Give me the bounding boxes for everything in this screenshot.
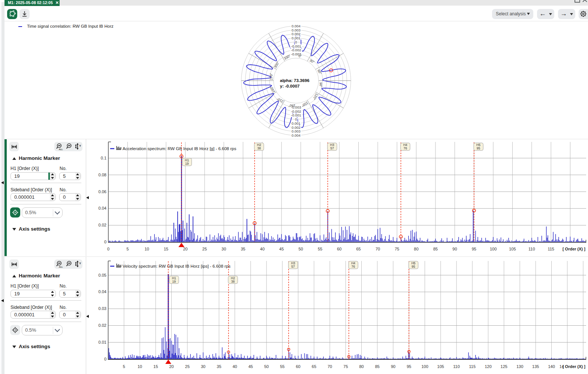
svg-text:0.05: 0.05 — [99, 273, 106, 277]
svg-text:0.001: 0.001 — [292, 36, 301, 40]
svg-text:120°: 120° — [312, 93, 319, 101]
svg-text:0.06: 0.06 — [99, 189, 106, 194]
svg-text:-0.002: -0.002 — [291, 109, 301, 113]
svg-text:Y: Y — [79, 145, 81, 147]
svg-text:0: 0 — [104, 240, 106, 244]
svg-text:0.002: 0.002 — [292, 32, 301, 36]
svg-text:80: 80 — [359, 364, 364, 369]
svg-text:210°: 210° — [276, 97, 284, 103]
svg-text:20: 20 — [183, 247, 187, 251]
svg-text:10: 10 — [145, 247, 149, 251]
svg-text:40: 40 — [260, 247, 265, 251]
svg-text:100: 100 — [490, 247, 497, 251]
svg-text:115: 115 — [469, 364, 476, 369]
svg-text:Y: Y — [79, 262, 81, 265]
svg-text:20: 20 — [169, 364, 174, 369]
svg-text:95: 95 — [407, 364, 411, 369]
svg-text:-0.001: -0.001 — [291, 113, 301, 117]
svg-text:0.1: 0.1 — [101, 156, 106, 160]
svg-text:140: 140 — [548, 364, 555, 369]
svg-text:30: 30 — [221, 247, 226, 251]
svg-text:0.04: 0.04 — [99, 289, 106, 294]
svg-text:0.003: 0.003 — [292, 28, 301, 32]
svg-text:35: 35 — [217, 364, 221, 369]
svg-text:0.04: 0.04 — [99, 206, 106, 210]
svg-text:60: 60 — [296, 364, 300, 369]
svg-text:110: 110 — [528, 247, 535, 251]
svg-text:50: 50 — [264, 364, 269, 369]
svg-text:15: 15 — [164, 247, 168, 251]
svg-text:95: 95 — [472, 247, 476, 251]
svg-text:38: 38 — [231, 280, 235, 283]
svg-text:45: 45 — [279, 247, 284, 251]
svg-text:80: 80 — [414, 247, 419, 251]
svg-text:10: 10 — [138, 364, 142, 369]
svg-text:Velocity spectrum: RW GB Input: Velocity spectrum: RW GB Input IB Horz [… — [123, 264, 230, 268]
svg-text:[ Order (X) ]: [ Order (X) ] — [563, 364, 585, 369]
svg-text:90°: 90° — [319, 82, 323, 88]
svg-text:65: 65 — [312, 364, 316, 369]
svg-text:0°: 0° — [299, 54, 302, 58]
svg-text:30°: 30° — [309, 58, 315, 64]
svg-text:25: 25 — [202, 247, 207, 251]
svg-text:19: 19 — [185, 162, 189, 165]
svg-text:0.003: 0.003 — [292, 129, 301, 133]
svg-text:125: 125 — [501, 364, 507, 369]
svg-text:38: 38 — [257, 146, 261, 150]
svg-text:y: -0.0007: y: -0.0007 — [280, 84, 299, 88]
svg-text:130: 130 — [516, 364, 523, 369]
svg-text:55: 55 — [318, 247, 322, 251]
svg-text:95: 95 — [477, 146, 480, 150]
svg-text:110: 110 — [453, 364, 460, 369]
svg-text:Acceleration spectrum: RW GB I: Acceleration spectrum: RW GB Input IB Ho… — [123, 146, 236, 151]
svg-text:57: 57 — [291, 265, 295, 268]
svg-text:0: 0 — [295, 40, 297, 44]
svg-text:15: 15 — [153, 364, 158, 369]
svg-text:45: 45 — [248, 364, 253, 369]
svg-text:0: 0 — [104, 357, 106, 361]
svg-text:-0.002: -0.002 — [291, 48, 301, 52]
svg-text:85: 85 — [433, 247, 438, 251]
svg-text:19: 19 — [172, 280, 176, 283]
svg-text:135: 135 — [532, 364, 539, 369]
svg-text:0.01: 0.01 — [99, 340, 106, 344]
svg-text:0: 0 — [295, 117, 297, 121]
svg-text:alpha: 73.3696: alpha: 73.3696 — [280, 78, 310, 83]
svg-text:270°: 270° — [269, 73, 273, 80]
svg-text:25: 25 — [185, 364, 190, 369]
svg-text:100: 100 — [421, 364, 428, 369]
svg-text:-0.001: -0.001 — [291, 44, 301, 48]
svg-text:90: 90 — [391, 364, 395, 369]
svg-text:ALL: ALL — [59, 148, 63, 150]
svg-text:75: 75 — [343, 364, 348, 369]
svg-text:[ Order (X) ]: [ Order (X) ] — [563, 247, 585, 251]
svg-text:0.02: 0.02 — [99, 223, 106, 227]
svg-text:70: 70 — [328, 364, 332, 369]
svg-text:ALL: ALL — [59, 266, 63, 268]
svg-text:95: 95 — [411, 265, 415, 268]
svg-text:300°: 300° — [273, 61, 280, 69]
svg-text:60: 60 — [337, 247, 341, 251]
svg-text:70: 70 — [376, 247, 380, 251]
svg-text:50: 50 — [298, 247, 303, 251]
svg-text:0.002: 0.002 — [292, 125, 301, 130]
svg-text:57: 57 — [331, 146, 334, 150]
svg-text:90: 90 — [452, 247, 457, 251]
svg-text:0.02: 0.02 — [99, 323, 106, 328]
svg-text:0.004: 0.004 — [292, 24, 301, 28]
svg-text:0.001: 0.001 — [292, 121, 301, 125]
svg-text:105: 105 — [509, 247, 516, 251]
svg-text:5: 5 — [123, 364, 125, 369]
svg-text:85: 85 — [375, 364, 380, 369]
svg-text:75: 75 — [395, 247, 399, 251]
svg-text:0.08: 0.08 — [99, 173, 106, 177]
svg-text:105: 105 — [437, 364, 444, 369]
svg-text:35: 35 — [241, 247, 245, 251]
svg-text:76: 76 — [352, 265, 355, 268]
svg-text:0.03: 0.03 — [99, 306, 106, 311]
svg-text:76: 76 — [404, 146, 407, 150]
svg-text:115: 115 — [548, 247, 554, 251]
svg-text:65: 65 — [356, 247, 361, 251]
svg-text:0.004: 0.004 — [292, 133, 301, 137]
svg-text:55: 55 — [280, 364, 284, 369]
